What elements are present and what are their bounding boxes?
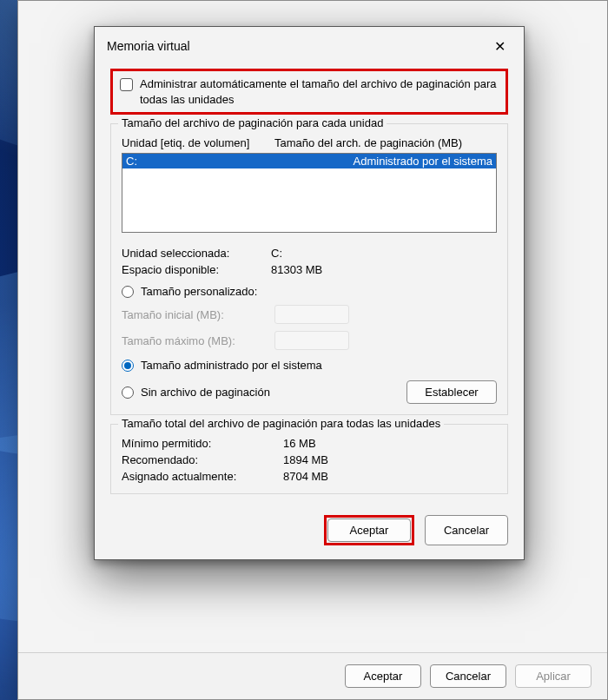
system-managed-label: Tamaño administrado por el sistema: [141, 359, 322, 372]
radio-none[interactable]: [122, 386, 134, 399]
custom-size-option[interactable]: Tamaño personalizado:: [122, 285, 497, 298]
parent-dialog-buttons: Aceptar Cancelar Aplicar: [18, 652, 607, 699]
radio-system[interactable]: [122, 360, 134, 372]
initial-size-label: Tamaño inicial (MB):: [122, 308, 266, 321]
cancel-button[interactable]: Cancelar: [425, 515, 508, 545]
max-size-label: Tamaño máximo (MB):: [122, 334, 266, 347]
per-drive-group: Tamaño del archivo de paginación para ca…: [110, 123, 508, 415]
free-space-label: Espacio disponible:: [122, 263, 271, 276]
initial-size-input: [274, 305, 349, 324]
max-size-input: [274, 331, 349, 350]
custom-size-label: Tamaño personalizado:: [141, 285, 257, 298]
titlebar: Memoria virtual ✕: [95, 27, 524, 65]
auto-manage-checkbox[interactable]: [120, 78, 133, 91]
set-button[interactable]: Establecer: [406, 380, 497, 404]
min-label: Mínimo permitido:: [122, 437, 283, 450]
cur-label: Asignado actualmente:: [122, 470, 283, 483]
parent-cancel-button[interactable]: Cancelar: [430, 664, 506, 688]
dialog-buttons: Aceptar Cancelar: [95, 506, 524, 559]
drive-list[interactable]: C: Administrado por el sistema: [122, 153, 497, 233]
no-paging-option[interactable]: Sin archivo de paginación: [122, 386, 270, 399]
drive-list-headers: Unidad [etiq. de volumen] Tamaño del arc…: [122, 136, 497, 149]
selected-drive-value: C:: [271, 247, 282, 260]
system-managed-option[interactable]: Tamaño administrado por el sistema: [122, 359, 497, 372]
auto-manage-label[interactable]: Administrar automáticamente el tamaño de…: [140, 76, 499, 107]
selected-drive-label: Unidad seleccionada:: [122, 247, 271, 260]
min-value: 16 MB: [283, 437, 316, 450]
totals-group: Tamaño total del archivo de paginación p…: [110, 424, 508, 494]
per-drive-legend: Tamaño del archivo de paginación para ca…: [118, 116, 387, 129]
rec-label: Recomendado:: [122, 453, 283, 466]
totals-legend: Tamaño total del archivo de paginación p…: [118, 417, 444, 430]
cur-value: 8704 MB: [283, 470, 328, 483]
parent-ok-button[interactable]: Aceptar: [345, 664, 421, 688]
size-cell: Administrado por el sistema: [275, 155, 492, 168]
free-space-value: 81303 MB: [271, 263, 322, 276]
header-drive: Unidad [etiq. de volumen]: [122, 136, 274, 149]
header-size: Tamaño del arch. de paginación (MB): [274, 136, 462, 149]
no-paging-label: Sin archivo de paginación: [141, 386, 270, 399]
ok-highlight: Aceptar: [324, 515, 414, 545]
drive-row[interactable]: C: Administrado por el sistema: [122, 154, 496, 168]
close-icon[interactable]: ✕: [487, 36, 512, 56]
radio-custom[interactable]: [122, 286, 134, 298]
auto-manage-highlight: Administrar automáticamente el tamaño de…: [110, 69, 508, 115]
rec-value: 1894 MB: [283, 453, 328, 466]
drive-cell: C:: [126, 155, 275, 168]
dialog-title: Memoria virtual: [107, 39, 190, 53]
virtual-memory-dialog: Memoria virtual ✕ Administrar automática…: [94, 26, 525, 560]
ok-button[interactable]: Aceptar: [327, 518, 411, 542]
parent-apply-button: Aplicar: [515, 664, 591, 688]
